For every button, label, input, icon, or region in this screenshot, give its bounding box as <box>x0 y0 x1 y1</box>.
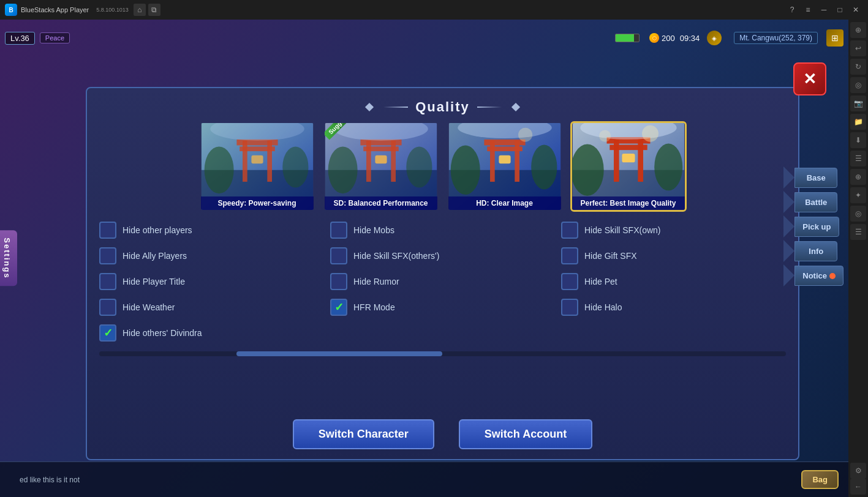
checkbox-box-hfr-mode[interactable]: ✓ <box>330 299 347 316</box>
modal-bottom-buttons: Switch Character Switch Account <box>87 413 798 459</box>
quality-sd-card[interactable]: Suggest SD: Balanced Performance <box>323 121 439 212</box>
settings-icon[interactable]: ⚙ <box>850 463 866 479</box>
checkbox-box-hide-title[interactable] <box>99 273 116 290</box>
checkbox-hide-players[interactable]: Hide other players <box>99 222 324 239</box>
checkbox-hide-halo[interactable]: Hide Halo <box>561 299 786 316</box>
settings-tab[interactable]: Settings <box>0 230 17 286</box>
checkbox-hide-skill-sfx-others[interactable]: Hide Skill SFX(others') <box>330 247 555 264</box>
checkbox-hide-ally[interactable]: Hide Ally Players <box>99 247 324 264</box>
nav-battle-arrow <box>783 191 794 213</box>
title-bar-icons: ⌂ ⧉ <box>134 4 160 16</box>
checkbox-label-hide-halo: Hide Halo <box>584 302 622 312</box>
sidebar-btn-8[interactable]: ☰ <box>850 151 866 166</box>
quality-options-row: Speedy: Power-saving <box>87 121 798 222</box>
nav-base-label: Base <box>794 168 837 188</box>
settings-modal: Quality <box>86 87 799 460</box>
checkbox-hide-title[interactable]: Hide Player Title <box>99 273 324 290</box>
checkbox-hide-weather[interactable]: Hide Weather <box>99 299 324 316</box>
title-deco-left <box>383 106 408 108</box>
sidebar-btn-9[interactable]: ⊕ <box>850 169 866 185</box>
checkbox-box-hide-divindra[interactable]: ✓ <box>99 324 116 342</box>
modal-title-area: Quality <box>87 88 798 121</box>
minimize-button[interactable]: ─ <box>817 4 831 16</box>
checkbox-box-hide-rumor[interactable] <box>330 273 347 290</box>
nav-info-button[interactable]: Info <box>783 240 843 262</box>
checkmark-hfr: ✓ <box>334 301 344 314</box>
svg-point-42 <box>599 130 611 142</box>
checkbox-hfr-mode[interactable]: ✓ HFR Mode <box>330 299 555 316</box>
checkbox-label-hide-pet: Hide Pet <box>584 277 617 286</box>
switch-account-button[interactable]: Switch Account <box>459 419 592 449</box>
checkbox-box-hide-skill-sfx-others[interactable] <box>330 247 347 264</box>
battery-fill <box>616 34 634 42</box>
checkbox-label-hide-skill-sfx-own: Hide Skill SFX(own) <box>584 225 660 235</box>
battery-indicator <box>615 34 640 42</box>
bag-button[interactable]: Bag <box>801 470 839 489</box>
peace-status: Peace <box>40 32 70 43</box>
arrow-left-icon[interactable]: ← <box>850 479 866 495</box>
sidebar-btn-10[interactable]: ✦ <box>850 187 866 203</box>
checkbox-hide-skill-sfx-own[interactable]: Hide Skill SFX(own) <box>561 222 786 239</box>
nav-battle-label: Battle <box>794 192 837 212</box>
help-button[interactable]: ? <box>785 4 799 16</box>
home-icon[interactable]: ⌂ <box>134 4 146 16</box>
svg-rect-25 <box>487 146 523 151</box>
sidebar-btn-1[interactable]: ⊕ <box>850 22 866 38</box>
sidebar-btn-4[interactable]: ◎ <box>850 77 866 93</box>
switch-character-button[interactable]: Switch Character <box>293 419 434 449</box>
nav-base-arrow <box>783 166 794 189</box>
svg-point-27 <box>450 145 480 195</box>
quality-perfect-card[interactable]: Perfect: Best Image Quality <box>570 121 687 212</box>
checkbox-box-hide-skill-sfx-own[interactable] <box>561 222 578 239</box>
nav-base-button[interactable]: Base <box>783 166 843 189</box>
nav-notice-arrow <box>783 264 794 286</box>
checkbox-box-hide-mobs[interactable] <box>330 222 347 239</box>
checkbox-hide-pet[interactable]: Hide Pet <box>561 273 786 290</box>
svg-point-39 <box>654 144 682 191</box>
sidebar-btn-5[interactable]: 📷 <box>850 95 866 111</box>
close-button[interactable]: ✕ <box>848 4 863 16</box>
svg-rect-40 <box>622 154 635 162</box>
location-display: Mt. Cangwu(252, 379) <box>734 32 818 44</box>
nav-pickup-button[interactable]: Pick up <box>783 215 843 237</box>
sidebar-btn-2[interactable]: ↩ <box>850 40 866 56</box>
sidebar-btn-11[interactable]: ◎ <box>850 206 866 222</box>
checkbox-box-hide-halo[interactable] <box>561 299 578 316</box>
checkbox-hide-mobs[interactable]: Hide Mobs <box>330 222 555 239</box>
checkbox-hide-rumor[interactable]: Hide Rumor <box>330 273 555 290</box>
checkboxes-grid: Hide other players Hide Mobs Hide Skill … <box>87 222 798 351</box>
maximize-button[interactable]: □ <box>832 4 847 16</box>
checkbox-hide-gift-sfx[interactable]: Hide Gift SFX <box>561 247 786 264</box>
game-area: Lv.36 Peace ⬡ 200 09:34 ◈ Mt. Cangwu(252… <box>0 20 848 497</box>
close-settings-button[interactable]: ✕ <box>793 62 826 95</box>
scrollbar-thumb <box>236 351 442 356</box>
sidebar-btn-7[interactable]: ⬇ <box>850 132 866 148</box>
modal-scrollbar[interactable] <box>99 351 786 356</box>
title-deco-right <box>477 106 502 108</box>
svg-rect-24 <box>484 140 525 146</box>
checkbox-box-hide-players[interactable] <box>99 222 116 239</box>
checkbox-box-hide-gift-sfx[interactable] <box>561 247 578 264</box>
svg-rect-33 <box>614 138 619 182</box>
nav-notice-button[interactable]: Notice <box>783 264 843 286</box>
sidebar-btn-3[interactable]: ↻ <box>850 59 866 75</box>
map-icon[interactable]: ⊞ <box>826 29 843 47</box>
sidebar-btn-12[interactable]: ☰ <box>850 224 866 240</box>
quality-hd-card[interactable]: HD: Clear Image <box>447 121 563 212</box>
checkbox-hide-divindra[interactable]: ✓ Hide others' Divindra <box>99 324 324 342</box>
quality-speedy-label: Speedy: Power-saving <box>201 196 314 210</box>
svg-rect-36 <box>609 145 647 151</box>
nav-notice-label: Notice <box>794 266 843 286</box>
checkbox-box-hide-ally[interactable] <box>99 247 116 264</box>
checkbox-box-hide-pet[interactable] <box>561 273 578 290</box>
menu-button[interactable]: ≡ <box>801 4 815 16</box>
tabs-icon[interactable]: ⧉ <box>148 4 160 16</box>
sidebar-btn-6[interactable]: 📁 <box>850 114 866 130</box>
quality-speedy-card[interactable]: Speedy: Power-saving <box>199 121 315 212</box>
nav-battle-button[interactable]: Battle <box>783 191 843 213</box>
checkbox-box-hide-weather[interactable] <box>99 299 116 316</box>
currency-icon: ⬡ <box>649 33 659 43</box>
checkbox-label-hide-weather: Hide Weather <box>123 302 175 312</box>
nav-pickup-arrow <box>783 215 794 237</box>
svg-point-41 <box>642 125 659 142</box>
